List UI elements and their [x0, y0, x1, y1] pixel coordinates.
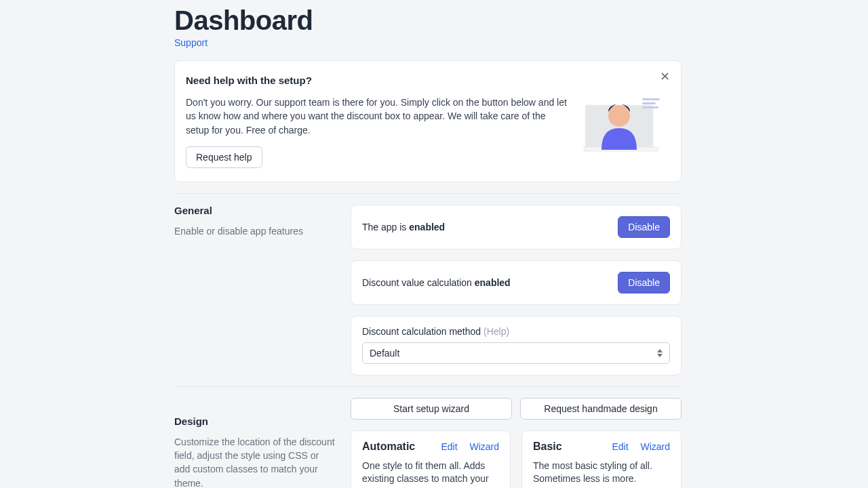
svg-rect-5 [642, 106, 658, 108]
help-card-body: Don't you worry. Our support team is the… [186, 96, 570, 137]
design-card-basic: Basic Edit Wizard The most basic styling… [521, 430, 682, 488]
design-section: Design Customize the location of the dis… [174, 398, 682, 488]
method-card: Discount calculation method (Help) Defau… [351, 316, 682, 375]
design-card-desc: One style to fit them all. Adds existing… [362, 460, 499, 488]
method-select[interactable]: Default [362, 342, 670, 364]
method-help-link[interactable]: (Help) [484, 326, 509, 337]
design-card-title: Basic [533, 441, 562, 453]
svg-rect-4 [642, 102, 656, 104]
svg-point-2 [608, 105, 630, 127]
design-title: Design [174, 415, 337, 427]
design-edit-link[interactable]: Edit [612, 441, 628, 452]
page-title: Dashboard [174, 5, 682, 36]
design-wizard-link[interactable]: Wizard [469, 441, 499, 452]
request-handmade-button[interactable]: Request handmade design [520, 398, 682, 420]
app-disable-button[interactable]: Disable [618, 216, 670, 238]
design-edit-link[interactable]: Edit [441, 441, 457, 452]
close-icon[interactable]: ✕ [660, 70, 670, 83]
svg-rect-3 [642, 98, 660, 100]
method-select-value: Default [370, 348, 399, 359]
method-label: Discount calculation method [362, 326, 484, 337]
app-status-prefix: The app is [362, 222, 409, 232]
app-status-card: The app is enabled Disable [351, 205, 682, 249]
divider [174, 193, 682, 194]
design-card-automatic: Automatic Edit Wizard One style to fit t… [351, 430, 511, 488]
request-help-button[interactable]: Request help [186, 146, 262, 168]
calc-status-prefix: Discount value calculation [362, 277, 475, 288]
calc-disable-button[interactable]: Disable [618, 272, 670, 293]
design-card-desc: The most basic styling of all. Sometimes… [533, 460, 670, 488]
app-status-text: The app is enabled [362, 222, 445, 232]
calc-status-value: enabled [475, 277, 511, 288]
start-wizard-button[interactable]: Start setup wizard [351, 398, 512, 420]
support-illustration [578, 75, 666, 168]
design-card-title: Automatic [362, 441, 415, 453]
general-section: General Enable or disable app features T… [174, 205, 682, 375]
general-title: General [174, 205, 337, 216]
app-status-value: enabled [409, 222, 445, 232]
support-link[interactable]: Support [174, 37, 208, 48]
calc-status-card: Discount value calculation enabled Disab… [351, 260, 682, 305]
help-card-title: Need help with the setup? [186, 75, 570, 86]
chevron-updown-icon [657, 349, 663, 357]
help-card: Need help with the setup? Don't you worr… [174, 60, 682, 182]
divider [174, 386, 682, 387]
calc-status-text: Discount value calculation enabled [362, 277, 511, 288]
design-wizard-link[interactable]: Wizard [640, 441, 670, 452]
design-desc: Customize the location of the discount f… [174, 435, 337, 488]
general-desc: Enable or disable app features [174, 224, 337, 238]
